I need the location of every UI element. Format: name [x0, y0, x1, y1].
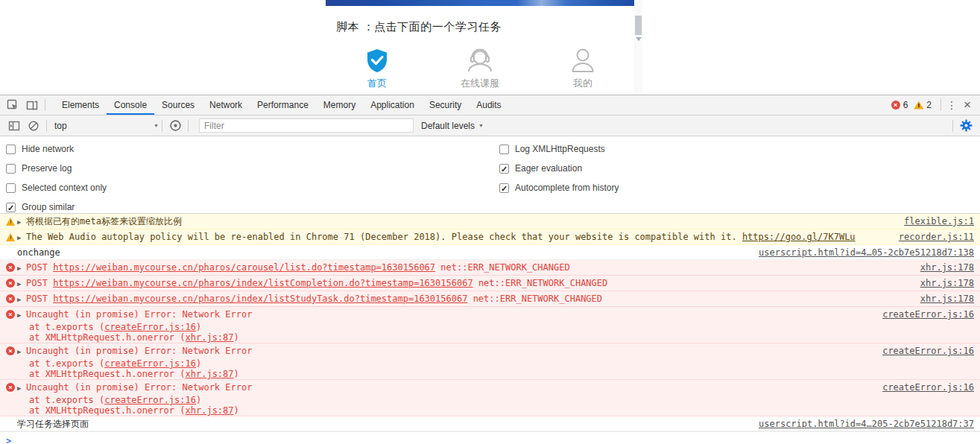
message-text: Uncaught (in promise) Error: Network Err…	[26, 346, 882, 356]
stack-frame-line: at XMLHttpRequest.h.onerror (xhr.js:87)	[0, 332, 980, 343]
tab-performance[interactable]: Performance	[250, 95, 316, 115]
setting-group-similar[interactable]: ✓Group similar	[6, 197, 107, 217]
kebab-icon: ⋮	[946, 99, 957, 111]
setting-label: Log XMLHttpRequests	[515, 144, 605, 154]
console-text: 学习任务选择页面	[17, 419, 89, 429]
checkbox-unchecked[interactable]	[6, 164, 16, 174]
source-location-link[interactable]: userscript.html?id=4…205-2cb7e51218d7:37	[759, 419, 974, 429]
tab-security[interactable]: Security	[422, 95, 469, 115]
expand-arrow-icon[interactable]: ▶	[17, 346, 26, 357]
person-icon	[569, 46, 597, 74]
shield-check-icon	[363, 46, 391, 74]
checkbox-unchecked[interactable]	[6, 145, 16, 154]
toggle-console-sidebar-button[interactable]	[4, 116, 24, 136]
console-settings-button[interactable]	[956, 116, 976, 136]
console-text: net::ERR_NETWORK_CHANGED	[467, 294, 602, 304]
message-text: POST https://weiban.mycourse.cn/pharos/i…	[26, 294, 920, 304]
console-text-link[interactable]: https://goo.gl/7K7WLu	[742, 232, 856, 242]
create-live-expression-button[interactable]	[165, 116, 185, 136]
devtools-tabbar: ElementsConsoleSourcesNetworkPerformance…	[0, 95, 980, 115]
prompt-chevron-icon: >	[6, 436, 11, 444]
setting-hide-network[interactable]: Hide network	[6, 139, 107, 159]
nav-item-首页[interactable]: 首页	[326, 46, 429, 90]
javascript-context-select[interactable]: top ▼	[54, 121, 159, 131]
expand-arrow-icon[interactable]: ▶	[17, 294, 26, 305]
nav-item-我的[interactable]: 我的	[531, 46, 634, 90]
tab-audits[interactable]: Audits	[469, 95, 508, 115]
console-text-link[interactable]: https://weiban.mycourse.cn/pharos/index/…	[53, 294, 467, 304]
devtools-menu-button[interactable]: ⋮	[944, 99, 959, 111]
source-location-link[interactable]: recorder.js:11	[899, 232, 974, 242]
expand-arrow-icon[interactable]: ▶	[17, 310, 26, 320]
console-text-link[interactable]: xhr.js:87	[186, 405, 234, 416]
scrollbar-down-arrow-icon[interactable]	[636, 37, 642, 41]
mini-app-page: 脚本 ：点击下面的一个学习任务 首页在线课服我的	[326, 0, 634, 95]
source-location-link[interactable]: xhr.js:178	[920, 294, 974, 304]
console-text-link[interactable]: xhr.js:87	[186, 332, 234, 343]
close-devtools-button[interactable]: ×	[959, 95, 976, 115]
toggle-device-toolbar-button[interactable]	[22, 95, 42, 115]
source-location-link[interactable]: flexible.js:1	[904, 216, 974, 226]
chevron-down-icon: ▼	[478, 123, 484, 128]
console-text: Uncaught (in promise) Error: Network Err…	[26, 346, 252, 356]
inspect-element-button[interactable]	[3, 95, 22, 115]
checkbox-checked[interactable]: ✓	[499, 164, 509, 174]
error-icon: ×	[6, 263, 15, 272]
source-location-link[interactable]: userscript.html?id=4…05-2cb7e51218d7:138	[759, 247, 974, 258]
console-prompt[interactable]: >	[0, 431, 980, 444]
source-location-link[interactable]: createError.js:16	[882, 309, 974, 320]
message-line: ×▶POST https://weiban.mycourse.cn/pharos…	[0, 276, 980, 291]
message-line: ▶The Web Audio autoplay policy will be r…	[0, 229, 980, 244]
clear-console-button[interactable]	[24, 116, 43, 136]
console-text: Uncaught (in promise) Error: Network Err…	[26, 309, 252, 320]
tab-sources[interactable]: Sources	[154, 95, 202, 115]
warning-count-badge[interactable]: 2	[914, 100, 932, 110]
setting-eager-evaluation[interactable]: ✓Eager evaluation	[499, 159, 619, 178]
stack-frame-line: at XMLHttpRequest.h.onerror (xhr.js:87)	[0, 405, 980, 416]
source-location-link[interactable]: xhr.js:178	[920, 278, 974, 288]
expand-arrow-icon[interactable]: ▶	[17, 217, 26, 227]
setting-log-xmlhttprequests[interactable]: Log XMLHttpRequests	[499, 139, 619, 159]
console-text-link[interactable]: https://weiban.mycourse.cn/pharos/carous…	[53, 262, 435, 273]
checkbox-checked[interactable]: ✓	[499, 183, 509, 193]
console-sidebar-icon	[8, 120, 20, 132]
filter-input[interactable]	[199, 118, 414, 133]
scrollbar-thumb[interactable]	[635, 16, 642, 35]
console-text-link[interactable]: createError.js:16	[104, 395, 196, 405]
setting-preserve-log[interactable]: Preserve log	[6, 159, 107, 178]
nav-item-在线课服[interactable]: 在线课服	[429, 46, 531, 90]
checkbox-unchecked[interactable]	[6, 183, 16, 193]
checkbox-checked[interactable]: ✓	[6, 203, 16, 212]
page-banner-image	[326, 0, 634, 6]
divider	[162, 120, 162, 132]
setting-selected-context-only[interactable]: Selected context only	[6, 178, 107, 197]
expand-arrow-icon[interactable]: ▶	[17, 232, 26, 243]
message-line: ×▶POST https://weiban.mycourse.cn/pharos…	[0, 260, 980, 275]
expand-arrow-icon[interactable]: ▶	[17, 279, 26, 289]
expand-arrow-icon[interactable]: ▶	[17, 383, 26, 393]
setting-autocomplete-from-history[interactable]: ✓Autocomplete from history	[499, 178, 619, 197]
console-text-link[interactable]: createError.js:16	[104, 358, 196, 369]
tab-elements[interactable]: Elements	[54, 95, 107, 115]
tab-network[interactable]: Network	[202, 95, 250, 115]
tab-application[interactable]: Application	[363, 95, 422, 115]
console-text: at t.exports (	[29, 358, 104, 369]
console-text-link[interactable]: xhr.js:87	[186, 369, 234, 379]
divider	[952, 120, 953, 132]
message-line: ▶将根据已有的meta标签来设置缩放比例flexible.js:1	[0, 214, 980, 229]
source-location-link[interactable]: createError.js:16	[882, 382, 974, 393]
source-location-link[interactable]: xhr.js:178	[920, 262, 974, 273]
tab-memory[interactable]: Memory	[316, 95, 363, 115]
devtools-tabbar-tabs: ElementsConsoleSourcesNetworkPerformance…	[54, 95, 509, 115]
page-scrollbar[interactable]	[634, 0, 642, 95]
console-text-link[interactable]: https://weiban.mycourse.cn/pharos/index/…	[53, 278, 473, 288]
source-location-link[interactable]: createError.js:16	[882, 346, 974, 356]
message-line: ×▶POST https://weiban.mycourse.cn/pharos…	[0, 291, 980, 306]
tabbar-right-controls: × 6 2 ⋮ ×	[891, 95, 980, 115]
log-levels-select[interactable]: Default levels ▼	[421, 121, 484, 131]
console-text-link[interactable]: createError.js:16	[104, 322, 196, 332]
error-count-badge[interactable]: × 6	[891, 100, 908, 110]
checkbox-unchecked[interactable]	[499, 145, 509, 154]
tab-console[interactable]: Console	[107, 95, 154, 115]
expand-arrow-icon[interactable]: ▶	[17, 263, 26, 273]
